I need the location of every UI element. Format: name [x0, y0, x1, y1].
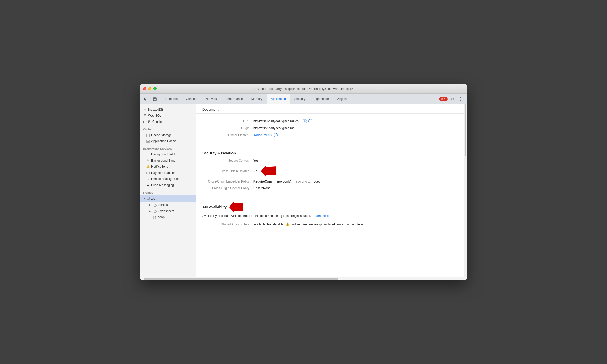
vertical-scrollbar[interactable] [464, 104, 467, 277]
sidebar-item-push-messaging[interactable]: ☁ Push Messaging [140, 182, 196, 188]
payment-handler-label: Payment Handler [151, 171, 175, 175]
sidebar-item-cookies[interactable]: ▶ Cookies [140, 119, 196, 125]
document-header: Document [196, 104, 464, 114]
cross-origin-isolated-label: Cross-Origin Isolated [202, 169, 253, 173]
api-description: Availability of certain APIs depends on … [196, 213, 464, 221]
cursor-icon[interactable] [142, 95, 149, 103]
api-title: API availablity [202, 205, 227, 209]
scripts-expand-icon: ▶ [149, 204, 152, 206]
shared-array-label: Shared Array Buffers [202, 223, 253, 226]
sidebar-item-periodic-bg[interactable]: Periodic Background [140, 176, 196, 182]
periodic-bg-icon [146, 177, 150, 181]
traffic-lights[interactable] [143, 87, 157, 90]
sidebar-item-websql[interactable]: Web SQL [140, 113, 196, 119]
svg-rect-16 [148, 141, 149, 143]
tab-angular[interactable]: Angular [333, 94, 352, 104]
tab-network[interactable]: Network [202, 94, 221, 104]
warning-icon: ⚠️ [286, 222, 290, 226]
svg-rect-15 [147, 141, 148, 143]
red-arrow-2 [229, 202, 243, 212]
owner-element-row: Owner Element <#document> ℹ [196, 131, 464, 139]
url-navigate-icon[interactable]: ↑ [308, 119, 312, 123]
dock-icon[interactable] [151, 95, 158, 103]
api-title-row: API availablity [196, 200, 464, 213]
horizontal-scrollbar[interactable] [140, 277, 467, 280]
menu-button[interactable]: ⋮ [457, 95, 464, 103]
background-services-header: Background Services [140, 144, 196, 151]
url-copy-icon[interactable]: ◎ [303, 119, 307, 123]
scripts-label: Scripts [158, 203, 168, 207]
origin-value: https://first-party-test.glitch.me [253, 126, 295, 130]
push-messaging-icon: ☁ [146, 183, 150, 187]
sidebar-item-cache-storage[interactable]: Cache Storage [140, 132, 196, 138]
svg-rect-14 [148, 140, 149, 141]
cross-origin-isolated-value: No [253, 165, 276, 177]
url-row: URL https://first-party-test.glitch.me/c… [196, 118, 464, 125]
owner-element-link[interactable]: <#document> [253, 133, 272, 137]
sidebar-item-indexeddb[interactable]: IndexedDB [140, 106, 196, 113]
coop-row: Cross-Origin Opener Policy UnsafeNone [196, 185, 464, 191]
svg-rect-12 [147, 136, 149, 137]
bg-sync-icon: ↻ [146, 159, 150, 162]
sidebar-item-notifications[interactable]: 🔔 Notifications [140, 164, 196, 170]
tab-security[interactable]: Security [290, 94, 309, 104]
tab-performance[interactable]: Performance [221, 94, 247, 104]
coep-value-text: RequireCorp [253, 180, 272, 183]
coep-reporting-value: coep [314, 180, 320, 183]
document-title: Document [202, 107, 219, 111]
sidebar-item-stylesheets[interactable]: ▶ Stylesheets [140, 208, 196, 214]
application-cache-label: Application Cache [151, 139, 176, 143]
websql-icon [143, 114, 147, 117]
owner-element-label: Owner Element [202, 133, 253, 137]
sidebar-item-bg-sync[interactable]: ↻ Background Sync [140, 157, 196, 164]
tab-console[interactable]: Console [182, 94, 201, 104]
stylesheets-label: Stylesheets [158, 209, 174, 213]
tab-lighthouse[interactable]: Lighthouse [310, 94, 333, 104]
tab-elements[interactable]: Elements [161, 94, 182, 104]
top-frame-expand-icon: ▼ [143, 197, 146, 200]
application-cache-icon [146, 139, 150, 143]
sidebar-item-bg-fetch[interactable]: ↕ Background Fetch [140, 151, 196, 157]
tab-application[interactable]: Application [267, 94, 290, 104]
url-text: https://first-party-test.glitch.me/co... [253, 119, 301, 123]
learn-more-link[interactable]: Learn more [313, 214, 329, 218]
svg-rect-13 [147, 140, 148, 141]
titlebar: DevTools - first-party-test.glitch.me/co… [140, 84, 467, 94]
error-badge[interactable]: ✕ 1 [439, 97, 448, 101]
origin-row: Origin https://first-party-test.glitch.m… [196, 125, 464, 131]
svg-marker-23 [261, 165, 276, 177]
secure-context-label: Secure Context [202, 159, 253, 162]
secure-context-value: Yes [253, 159, 259, 162]
sidebar-item-application-cache[interactable]: Application Cache [140, 138, 196, 144]
scripts-icon [153, 203, 157, 207]
owner-element-info-icon[interactable]: ℹ [274, 133, 278, 137]
sidebar-item-coop[interactable]: coop [140, 214, 196, 220]
maximize-button[interactable] [153, 87, 157, 90]
cache-storage-label: Cache Storage [151, 133, 172, 137]
owner-element-value: <#document> ℹ [253, 133, 278, 137]
svg-marker-24 [229, 202, 243, 212]
stylesheets-icon [153, 209, 157, 213]
tabs-list: Elements Console Network Performance Mem… [161, 94, 437, 104]
websql-label: Web SQL [148, 114, 161, 117]
secure-context-row: Secure Context Yes [196, 157, 464, 164]
error-x-icon: ✕ [441, 98, 443, 100]
sidebar-item-scripts[interactable]: ▶ Scripts [140, 202, 196, 208]
svg-rect-11 [147, 135, 149, 136]
coep-reporting-label: reporting to: [295, 180, 311, 183]
close-button[interactable] [143, 87, 146, 90]
svg-rect-10 [147, 134, 149, 135]
sidebar-item-payment-handler[interactable]: Payment Handler [140, 170, 196, 176]
origin-label: Origin [202, 126, 253, 130]
tab-memory[interactable]: Memory [247, 94, 266, 104]
main-area: IndexedDB Web SQL ▶ [140, 104, 467, 277]
cookies-expand-icon: ▶ [143, 120, 146, 123]
minimize-button[interactable] [148, 87, 151, 90]
bg-fetch-icon: ↕ [146, 153, 150, 156]
settings-button[interactable]: ⚙ [449, 95, 456, 103]
stylesheets-expand-icon: ▶ [149, 210, 152, 212]
svg-point-6 [148, 121, 149, 122]
cookies-icon [147, 120, 151, 124]
sidebar-item-top-frame[interactable]: ▼ top [140, 195, 196, 202]
security-isolation-title: Security & Isolation [196, 147, 464, 157]
